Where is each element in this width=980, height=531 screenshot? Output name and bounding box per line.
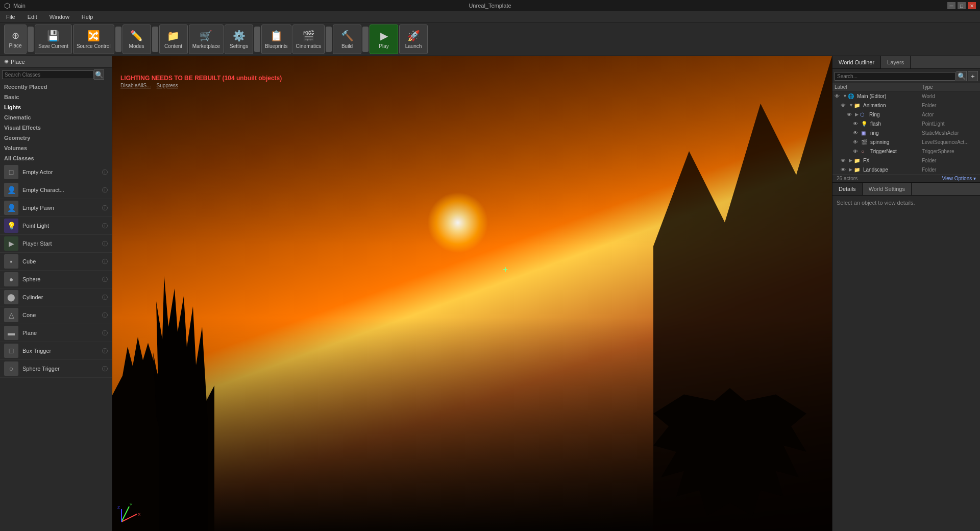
place-label: Place	[9, 43, 21, 49]
place-item-empty-actor[interactable]: □ Empty Actor ⓘ	[0, 163, 112, 181]
marketplace-button[interactable]: 🛒 Marketplace	[189, 25, 224, 54]
outliner-item-spinning[interactable]: 👁 🎬 spinning LevelSequenceAct...	[832, 137, 980, 147]
outliner-item-animation[interactable]: 👁 ▼ 📁 Animation Folder	[832, 101, 980, 110]
viewport[interactable]: ▼ Perspective Lit Show ⊞ 👁 🌐 ◈ ⬡ ⬜ ⬛ ⊡ 1…	[112, 56, 832, 531]
menu-window[interactable]: Window	[47, 13, 71, 21]
sphere-trigger-info: ⓘ	[102, 365, 108, 373]
category-cinematic[interactable]: Cinematic	[0, 112, 112, 123]
search-classes-button[interactable]: 🔍	[94, 69, 104, 80]
tab-details[interactable]: Details	[832, 183, 863, 195]
details-placeholder: Select an object to view details.	[837, 200, 915, 206]
place-item-empty-pawn[interactable]: 👤 Empty Pawn ⓘ	[0, 199, 112, 217]
outliner-header: World Outliner Layers	[832, 56, 980, 69]
place-item-player-start[interactable]: ▶ Player Start ⓘ	[0, 235, 112, 253]
label-flash: flash	[870, 121, 922, 127]
place-item-empty-character[interactable]: 👤 Empty Charact... ⓘ	[0, 181, 112, 199]
cinematics-label: Cinematics	[296, 43, 321, 49]
source-control-button[interactable]: 🔀 Source Control	[73, 25, 114, 54]
category-volumes[interactable]: Volumes	[0, 143, 112, 153]
menu-edit[interactable]: Edit	[26, 13, 39, 21]
actor-count-label: 26 actors	[837, 176, 857, 181]
play-icon: ▶	[380, 30, 388, 42]
settings-button[interactable]: ⚙️ Settings	[225, 25, 253, 54]
category-visual-effects[interactable]: Visual Effects	[0, 123, 112, 133]
outliner-item-flash[interactable]: 👁 💡 flash PointLight	[832, 119, 980, 128]
outliner-search-button[interactable]: 🔍	[957, 71, 967, 81]
place-icon: ⊕	[12, 30, 19, 41]
empty-pawn-label: Empty Pawn	[22, 205, 98, 211]
main-layout: ⊕ Place 🔍 Recently Placed Basic Lights C…	[0, 56, 980, 531]
search-classes-input[interactable]	[2, 70, 94, 79]
empty-character-icon: 👤	[4, 183, 18, 197]
outliner-item-landscape[interactable]: 👁 ▶ 📁 Landscape Folder	[832, 165, 980, 174]
cinematics-button[interactable]: 🎬 Cinematics	[292, 25, 325, 54]
blueprints-button[interactable]: 📋 Blueprints	[261, 25, 291, 54]
marketplace-label: Marketplace	[192, 43, 220, 49]
category-all-classes[interactable]: All Classes	[0, 153, 112, 163]
close-button[interactable]: ✕	[968, 2, 976, 9]
details-content: Select an object to view details.	[832, 196, 980, 210]
modes-button[interactable]: ✏️ Modes	[122, 25, 151, 54]
launch-button[interactable]: 🚀 Launch	[399, 25, 428, 54]
place-item-sphere[interactable]: ● Sphere ⓘ	[0, 271, 112, 288]
outliner-add-button[interactable]: +	[968, 71, 978, 81]
maximize-button[interactable]: □	[958, 2, 966, 9]
place-item-plane[interactable]: ▬ Plane ⓘ	[0, 324, 112, 342]
sky-overlay	[112, 56, 832, 246]
eye-icon-spinning: 👁	[853, 139, 860, 145]
place-item-point-light[interactable]: 💡 Point Light ⓘ	[0, 217, 112, 235]
viewport-scene[interactable]: X Y Z + LIGHTING NEEDS TO BE REBUILT (10…	[112, 56, 832, 531]
tree-center-left	[153, 276, 214, 531]
tab-world-outliner[interactable]: World Outliner	[832, 56, 881, 68]
tab-layers[interactable]: Layers	[881, 56, 911, 68]
category-geometry[interactable]: Geometry	[0, 133, 112, 143]
play-button[interactable]: ▶ Play	[370, 25, 398, 54]
settings-icon: ⚙️	[233, 30, 246, 42]
eye-icon-ring: 👁	[847, 112, 854, 117]
save-icon: 💾	[47, 30, 60, 42]
type-ring: Actor	[922, 112, 978, 117]
save-current-button[interactable]: 💾 Save Current	[35, 25, 72, 54]
box-trigger-icon: □	[4, 344, 18, 358]
place-item-box-trigger[interactable]: □ Box Trigger ⓘ	[0, 342, 112, 360]
category-basic[interactable]: Basic	[0, 92, 112, 102]
save-label: Save Current	[38, 43, 68, 49]
menu-help[interactable]: Help	[80, 13, 95, 21]
cone-label: Cone	[22, 312, 98, 318]
point-light-icon: 💡	[4, 219, 18, 233]
outliner-item-main[interactable]: 👁 ▼ 🌐 Main (Editor) World	[832, 91, 980, 101]
sphere-info: ⓘ	[102, 276, 108, 283]
build-label: Build	[341, 43, 353, 49]
type-spinning: LevelSequenceAct...	[922, 139, 978, 145]
cylinder-label: Cylinder	[22, 294, 98, 300]
tab-world-settings[interactable]: World Settings	[863, 183, 912, 195]
outliner-item-ring[interactable]: 👁 ▶ ⬡ Ring Actor	[832, 110, 980, 119]
place-item-cone[interactable]: △ Cone ⓘ	[0, 306, 112, 324]
minimize-button[interactable]: ─	[947, 2, 955, 9]
type-fx: Folder	[922, 158, 978, 163]
category-lights[interactable]: Lights	[0, 102, 112, 112]
seq-icon-spinning: 🎬	[861, 139, 868, 145]
empty-character-label: Empty Charact...	[22, 187, 98, 193]
view-options-link[interactable]: View Options ▾	[942, 176, 976, 181]
toolbar-separator-2	[115, 27, 121, 52]
outliner-item-ring-mesh[interactable]: 👁 ▣ ring StaticMeshActor	[832, 128, 980, 137]
modes-icon: ✏️	[130, 30, 143, 42]
category-recently-placed[interactable]: Recently Placed	[0, 82, 112, 92]
suppress-link[interactable]: Suppress	[157, 83, 178, 88]
menubar: File Edit Window Help	[0, 11, 980, 22]
place-button[interactable]: ⊕ Place	[4, 25, 27, 54]
place-item-cube[interactable]: ▪ Cube ⓘ	[0, 253, 112, 271]
build-button[interactable]: 🔨 Build	[333, 25, 361, 54]
empty-actor-icon: □	[4, 165, 18, 179]
label-main: Main (Editor)	[857, 93, 922, 99]
outliner-item-fx[interactable]: 👁 ▶ 📁 FX Folder	[832, 156, 980, 165]
toolbar-separator-1	[28, 27, 34, 52]
place-item-cylinder[interactable]: ⬤ Cylinder ⓘ	[0, 288, 112, 306]
menu-file[interactable]: File	[4, 13, 17, 21]
disable-all-link[interactable]: DisableAllS...	[120, 83, 151, 88]
place-item-sphere-trigger[interactable]: ○ Sphere Trigger ⓘ	[0, 360, 112, 378]
content-button[interactable]: 📁 Content	[159, 25, 188, 54]
outliner-item-trigger-next[interactable]: 👁 ○ TriggerNext TriggerSphere	[832, 147, 980, 156]
outliner-search-input[interactable]	[835, 72, 955, 81]
